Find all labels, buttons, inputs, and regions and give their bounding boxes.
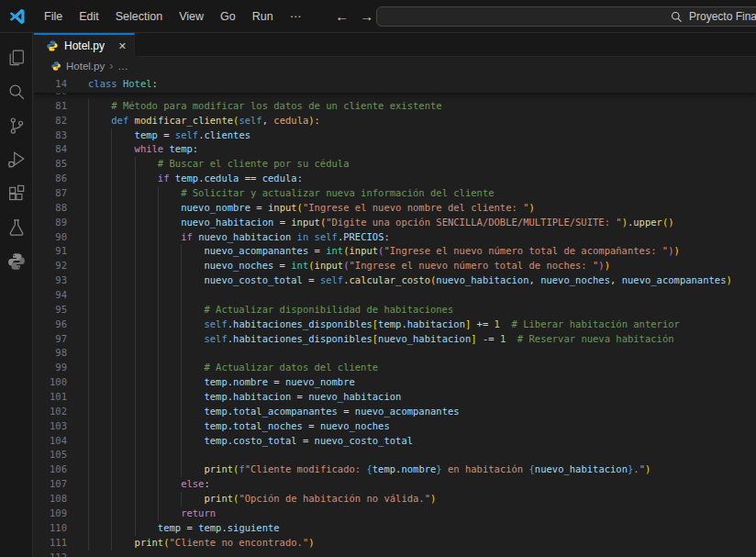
code-line[interactable]: 88 nuevo_nombre = input("Ingrese el nuev… — [34, 201, 756, 216]
code-line[interactable]: 87 # Solicitar y actualizar nueva inform… — [34, 186, 756, 201]
code-line[interactable]: 82 def modificar_cliente(self, cedula): — [34, 114, 756, 128]
code-line[interactable]: 98 — [34, 346, 756, 361]
line-number: 82 — [34, 114, 67, 128]
python-extension-icon[interactable] — [0, 244, 33, 278]
testing-icon[interactable] — [0, 210, 33, 244]
line-number: 110 — [34, 521, 67, 536]
code-line[interactable]: 108 print("Opción de habitación no válid… — [34, 492, 756, 507]
history-nav: ← → — [335, 8, 373, 24]
code-line[interactable]: 91 nuevo_acompanantes = int(input("Ingre… — [34, 244, 756, 259]
breadcrumb: Hotel.py › … — [34, 57, 756, 74]
code-line[interactable]: 105 — [34, 448, 756, 462]
breadcrumb-more[interactable]: … — [117, 61, 128, 72]
code-line[interactable]: 104 temp.costo_total = nuevo_costo_total — [34, 434, 756, 449]
line-number: 98 — [34, 346, 67, 361]
back-arrow-icon[interactable]: ← — [335, 8, 349, 24]
line-number: 83 — [34, 128, 67, 143]
menu-item[interactable]: File — [36, 0, 71, 32]
code-line[interactable]: 93 nuevo_costo_total = self.calcular_cos… — [34, 273, 756, 288]
activity-bar — [0, 33, 33, 557]
line-number: 92 — [34, 259, 67, 273]
code-line[interactable]: 99 # Actualizar datos del cliente — [34, 361, 756, 375]
code-line[interactable]: 110 temp = temp.siguiente — [34, 521, 756, 536]
code-line[interactable]: 111 print("Cliente no encontrado.") — [34, 536, 756, 551]
code-line[interactable]: 112 — [34, 551, 756, 557]
sticky-scroll-line[interactable]: 14 class Hotel: — [34, 74, 756, 93]
tab-label: Hotel.py — [64, 39, 113, 52]
code-line[interactable]: 94 — [34, 288, 756, 303]
line-number: 100 — [34, 375, 67, 390]
code-line[interactable]: 102 temp.total_acompanantes = nuevo_acom… — [34, 405, 756, 419]
title-bar: FileEditSelectionViewGoRun⋯ ← → Proyecto… — [0, 0, 756, 33]
code-line[interactable]: 96 self.habitaciones_disponibles[temp.ha… — [34, 317, 756, 332]
line-number: 103 — [34, 419, 67, 434]
line-number: 87 — [34, 186, 67, 201]
line-number: 107 — [34, 477, 67, 492]
code-line[interactable]: 100 temp.nombre = nuevo_nombre — [34, 375, 756, 390]
line-number: 97 — [34, 332, 67, 347]
search-label: Proyecto Final Interfaz — [689, 10, 756, 23]
line-number: 101 — [34, 390, 67, 405]
sticky-code: class Hotel: — [67, 74, 756, 93]
line-number: 91 — [34, 244, 67, 259]
source-control-icon[interactable] — [0, 108, 33, 142]
line-number: 14 — [34, 74, 67, 93]
line-number: 88 — [34, 201, 67, 216]
command-center-search[interactable]: Proyecto Final Interfaz — [376, 6, 756, 27]
code-line[interactable]: 86 if temp.cedula == cedula: — [34, 172, 756, 186]
code-line[interactable]: 83 temp = self.clientes — [34, 128, 756, 143]
code-line[interactable]: 81 # Método para modificar los datos de … — [34, 99, 756, 114]
run-debug-icon[interactable] — [0, 142, 33, 176]
code-line[interactable]: 95 # Actualizar disponibilidad de habita… — [34, 303, 756, 317]
line-number: 105 — [34, 448, 67, 462]
line-number: 106 — [34, 462, 67, 477]
code-line[interactable]: 97 self.habitaciones_disponibles[nuevo_h… — [34, 332, 756, 347]
menu-item[interactable]: Edit — [71, 0, 107, 32]
python-file-icon — [46, 39, 59, 52]
line-number: 85 — [34, 157, 67, 172]
forward-arrow-icon[interactable]: → — [360, 8, 373, 24]
chevron-right-icon: › — [109, 60, 113, 72]
code-line[interactable]: 103 temp.total_noches = nuevo_noches — [34, 419, 756, 434]
code-lines: 8081 # Método para modificar los datos d… — [34, 84, 756, 557]
menu-bar: FileEditSelectionViewGoRun⋯ — [36, 0, 309, 32]
tab-hotel-py[interactable]: Hotel.py ✕ — [34, 33, 135, 57]
vscode-window: FileEditSelectionViewGoRun⋯ ← → Proyecto… — [0, 0, 756, 557]
line-number: 109 — [34, 507, 67, 521]
menu-item[interactable]: ⋯ — [282, 0, 310, 32]
line-number: 112 — [34, 551, 67, 557]
line-number: 96 — [34, 317, 67, 332]
python-file-icon — [50, 61, 61, 72]
tab-strip: Hotel.py ✕ — [34, 33, 756, 57]
code-line[interactable]: 89 nuevo_habitacion = input("Digite una … — [34, 216, 756, 230]
line-number: 95 — [34, 303, 67, 317]
code-editor[interactable]: 8081 # Método para modificar los datos d… — [34, 74, 756, 557]
line-number: 102 — [34, 405, 67, 419]
code-line[interactable]: 101 temp.habitacion = nuevo_habitacion — [34, 390, 756, 405]
menu-item[interactable]: Run — [244, 0, 282, 32]
tab-close-icon[interactable]: ✕ — [118, 40, 127, 52]
code-line[interactable]: 84 while temp: — [34, 142, 756, 157]
line-number: 94 — [34, 288, 67, 303]
menu-item[interactable]: View — [171, 0, 212, 32]
menu-item[interactable]: Selection — [107, 0, 171, 32]
code-line[interactable]: 107 else: — [34, 477, 756, 492]
explorer-icon[interactable] — [0, 40, 33, 74]
line-number: 99 — [34, 361, 67, 375]
code-line[interactable]: 92 nuevo_noches = int(input("Ingrese el … — [34, 259, 756, 273]
line-number: 84 — [34, 142, 67, 157]
line-number: 108 — [34, 492, 67, 507]
editor-group: Hotel.py ✕ Hotel.py › … 8081 # Método pa… — [34, 33, 756, 557]
vscode-logo-icon — [8, 7, 27, 26]
code-line[interactable]: 106 print(f"Cliente modificado: {temp.no… — [34, 462, 756, 477]
code-line[interactable]: 85 # Buscar el cliente por su cédula — [34, 157, 756, 172]
line-number: 111 — [34, 536, 67, 551]
line-number: 93 — [34, 273, 67, 288]
breadcrumb-file[interactable]: Hotel.py — [66, 61, 105, 72]
line-number: 90 — [34, 230, 67, 245]
code-line[interactable]: 90 if nuevo_habitacion in self.PRECIOS: — [34, 230, 756, 245]
extensions-icon[interactable] — [0, 176, 33, 210]
code-line[interactable]: 109 return — [34, 507, 756, 521]
search-sidebar-icon[interactable] — [0, 74, 33, 108]
menu-item[interactable]: Go — [212, 0, 244, 32]
